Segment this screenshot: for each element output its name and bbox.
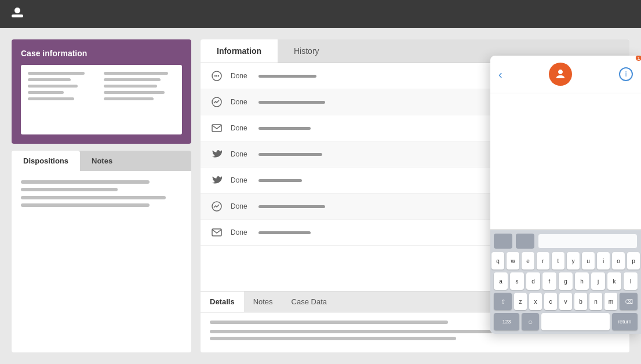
mobile-body [490, 93, 641, 230]
key-r[interactable]: r [537, 252, 549, 270]
status-done: Done [231, 176, 252, 184]
navbar [0, 0, 641, 28]
text-line [28, 78, 71, 81]
status-done: Done [231, 124, 252, 132]
app-logo [9, 6, 26, 22]
text-line [104, 97, 154, 100]
key-row-3: ⇧ z x c v b n m ⌫ [494, 293, 638, 310]
email-icon [210, 121, 224, 135]
key-w[interactable]: w [507, 252, 519, 270]
text-line [210, 321, 448, 324]
text-line [28, 91, 64, 94]
svg-rect-7 [212, 125, 221, 132]
text-line [21, 180, 150, 184]
keyboard-rows: q w e r t y u i o p a s d f g [494, 252, 638, 330]
messenger-icon [210, 95, 224, 109]
info-button[interactable]: i [619, 67, 633, 81]
left-panel: Case information [12, 39, 191, 352]
keyboard-toolbar-btn-1[interactable] [494, 234, 512, 249]
key-d[interactable]: d [526, 272, 540, 290]
twitter-icon [210, 173, 224, 187]
key-a[interactable]: a [494, 272, 508, 290]
key-s[interactable]: s [510, 272, 524, 290]
key-h[interactable]: h [575, 272, 589, 290]
left-tabs-header: Dispositions Notes [12, 151, 191, 171]
back-button[interactable]: ‹ [498, 68, 502, 81]
key-e[interactable]: e [522, 252, 534, 270]
key-c[interactable]: c [544, 293, 557, 310]
key-q[interactable]: q [491, 252, 504, 270]
keyboard-text-input[interactable] [538, 234, 638, 249]
key-u[interactable]: u [582, 252, 595, 270]
key-f[interactable]: f [542, 272, 556, 290]
case-info-title: Case information [21, 49, 182, 58]
text-line [28, 85, 78, 88]
row-detail-line [258, 101, 325, 104]
key-row-4: 123 ☺ return [494, 313, 638, 330]
text-line [28, 97, 74, 100]
key-return[interactable]: return [612, 313, 638, 330]
text-line [21, 196, 166, 199]
key-x[interactable]: x [529, 293, 542, 310]
key-row-1: q w e r t y u i o p [494, 252, 638, 270]
status-done: Done [231, 228, 252, 236]
key-g[interactable]: g [559, 272, 573, 290]
text-line [210, 330, 518, 333]
tab-information[interactable]: Information [201, 39, 278, 63]
text-line [104, 78, 161, 81]
key-emoji[interactable]: ☺ [522, 313, 539, 330]
tab-notes-bottom[interactable]: Notes [244, 292, 282, 312]
tab-notes[interactable]: Notes [80, 151, 124, 171]
mobile-header: ‹ 1 i [490, 56, 641, 93]
case-info-content [21, 65, 182, 134]
key-o[interactable]: o [612, 252, 625, 270]
tab-history[interactable]: History [278, 39, 336, 63]
text-line [210, 337, 456, 340]
chat-icon [210, 69, 224, 83]
key-z[interactable]: z [514, 293, 527, 310]
text-line [104, 72, 168, 75]
key-space[interactable] [541, 313, 610, 330]
agent-avatar: 1 [549, 63, 572, 86]
key-p[interactable]: p [627, 252, 640, 270]
row-detail-line [258, 231, 311, 234]
text-line [104, 85, 157, 88]
case-info-card: Case information [12, 39, 191, 144]
email-icon [210, 225, 224, 239]
key-b[interactable]: b [574, 293, 587, 310]
tab-dispositions[interactable]: Dispositions [12, 151, 80, 171]
left-tabs-content [12, 171, 191, 220]
row-detail-line [258, 75, 316, 78]
status-done: Done [231, 98, 252, 106]
text-line [21, 203, 150, 207]
twitter-icon [210, 147, 224, 161]
mobile-overlay: ‹ 1 i q w e [490, 56, 641, 334]
key-numbers[interactable]: 123 [494, 313, 519, 330]
status-done: Done [231, 150, 252, 158]
keyboard-toolbar-btn-2[interactable] [516, 234, 534, 249]
svg-rect-9 [212, 229, 221, 236]
key-row-2: a s d f g h j k l [494, 272, 638, 290]
key-l[interactable]: l [624, 272, 638, 290]
key-n[interactable]: n [589, 293, 602, 310]
key-v[interactable]: v [559, 293, 572, 310]
key-shift[interactable]: ⇧ [494, 293, 512, 310]
tab-case-data[interactable]: Case Data [282, 292, 336, 312]
key-t[interactable]: t [552, 252, 564, 270]
key-delete[interactable]: ⌫ [620, 293, 638, 310]
main-area: Case information [0, 28, 641, 364]
svg-point-4 [216, 75, 217, 77]
text-line [21, 188, 118, 191]
tab-details[interactable]: Details [201, 292, 244, 312]
row-detail-line [258, 179, 302, 182]
text-line [28, 72, 85, 75]
key-m[interactable]: m [604, 293, 617, 310]
row-detail-line [258, 153, 322, 156]
key-y[interactable]: y [567, 252, 580, 270]
key-j[interactable]: j [591, 272, 605, 290]
key-k[interactable]: k [607, 272, 621, 290]
svg-point-0 [14, 8, 20, 13]
svg-point-5 [218, 75, 219, 77]
text-line [104, 91, 165, 94]
key-i[interactable]: i [597, 252, 610, 270]
